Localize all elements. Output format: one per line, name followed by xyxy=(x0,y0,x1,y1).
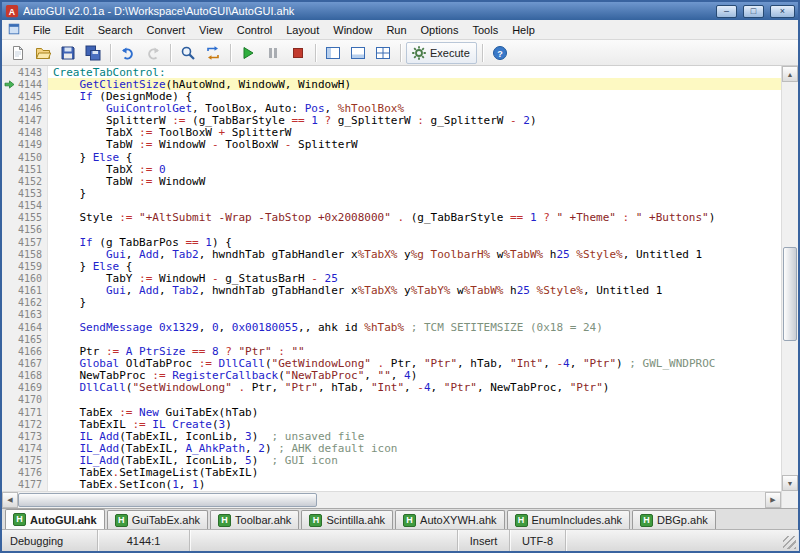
line-number[interactable]: 4170 xyxy=(16,394,48,406)
line-number[interactable]: 4148 xyxy=(16,127,48,139)
marker-margin[interactable] xyxy=(2,175,16,187)
scroll-up-button[interactable]: ▲ xyxy=(782,66,798,82)
line-number[interactable]: 4175 xyxy=(16,455,48,467)
code-text[interactable]: TabExIL := IL_Create(3) xyxy=(48,418,781,430)
marker-margin[interactable] xyxy=(2,370,16,382)
code-text[interactable]: Gui, Add, Tab2, hwndhTab gTabHandler x%T… xyxy=(48,248,781,260)
code-text[interactable]: DllCall("SetWindowLong" . Ptr, "Ptr", hT… xyxy=(48,382,781,394)
save-all-button[interactable] xyxy=(81,42,105,64)
code-text[interactable]: SplitterW := (g_TabBarStyle == 1 ? g_Spl… xyxy=(48,115,781,127)
window-layout-button[interactable] xyxy=(371,42,395,64)
open-file-button[interactable] xyxy=(31,42,55,64)
scroll-down-button[interactable]: ▼ xyxy=(782,475,798,491)
vertical-scroll-track[interactable] xyxy=(782,82,798,475)
code-text[interactable]: } Else { xyxy=(48,260,781,272)
help-button[interactable]: ? xyxy=(488,42,512,64)
code-line[interactable]: 4168 NewTabProc := RegisterCallback("New… xyxy=(2,370,781,382)
code-text[interactable]: SendMessage 0x1329, 0, 0x00180055,, ahk_… xyxy=(48,321,781,333)
file-tab-guitabex-ahk[interactable]: HGuiTabEx.ahk xyxy=(107,510,208,529)
marker-margin[interactable] xyxy=(2,212,16,224)
marker-margin[interactable] xyxy=(2,127,16,139)
file-tab-enumincludes-ahk[interactable]: HEnumIncludes.ahk xyxy=(507,510,631,529)
menu-item-run[interactable]: Run xyxy=(379,22,413,38)
code-line[interactable]: 4169 DllCall("SetWindowLong" . Ptr, "Ptr… xyxy=(2,382,781,394)
line-number[interactable]: 4154 xyxy=(16,200,48,212)
code-line[interactable]: 4177 TabEx.SetIcon(1, 1) xyxy=(2,479,781,491)
code-text[interactable]: IL_Add(TabExIL, IconLib, 3) ; unsaved fi… xyxy=(48,430,781,442)
line-number[interactable]: 4156 xyxy=(16,224,48,236)
marker-margin[interactable] xyxy=(2,297,16,309)
code-text[interactable]: TabY := WindowH - g_StatusBarH - 25 xyxy=(48,272,781,284)
line-number[interactable]: 4149 xyxy=(16,139,48,151)
line-number[interactable]: 4161 xyxy=(16,285,48,297)
code-line[interactable]: 4145 If (DesignMode) { xyxy=(2,90,781,102)
marker-margin[interactable] xyxy=(2,467,16,479)
code-line[interactable]: 4162 } xyxy=(2,297,781,309)
code-text[interactable]: Gui, Add, Tab2, hwndhTab gTabHandler x%T… xyxy=(48,285,781,297)
code-line[interactable]: 4173 IL_Add(TabExIL, IconLib, 3) ; unsav… xyxy=(2,430,781,442)
code-text[interactable]: TabW := WindowW - ToolBoxW - SplitterW xyxy=(48,139,781,151)
marker-margin[interactable] xyxy=(2,200,16,212)
marker-margin[interactable] xyxy=(2,260,16,272)
vertical-scrollbar[interactable]: ▲ ▼ xyxy=(781,66,798,508)
marker-margin[interactable] xyxy=(2,333,16,345)
marker-margin[interactable] xyxy=(2,187,16,199)
marker-margin[interactable] xyxy=(2,345,16,357)
marker-margin[interactable] xyxy=(2,418,16,430)
line-number[interactable]: 4176 xyxy=(16,467,48,479)
pause-button[interactable] xyxy=(261,42,285,64)
title-bar[interactable]: A AutoGUI v2.0.1a - D:\Workspace\AutoGUI… xyxy=(2,2,798,20)
marker-margin[interactable] xyxy=(2,248,16,260)
code-line[interactable]: 4167 Global OldTabProc := DllCall("GetWi… xyxy=(2,357,781,369)
file-tab-dbgp-ahk[interactable]: HDBGp.ahk xyxy=(632,510,716,529)
code-line[interactable]: 4146 GuiControlGet, ToolBox, Auto: Pos, … xyxy=(2,102,781,114)
code-text[interactable] xyxy=(48,394,781,406)
code-line[interactable]: 4151 TabX := 0 xyxy=(2,163,781,175)
minimize-button[interactable]: – xyxy=(716,5,737,18)
scroll-right-button[interactable]: ▶ xyxy=(765,492,781,508)
code-text[interactable]: } xyxy=(48,297,781,309)
code-line[interactable]: 4176 TabEx.SetImageList(TabExIL) xyxy=(2,467,781,479)
line-number[interactable]: 4166 xyxy=(16,345,48,357)
marker-margin[interactable] xyxy=(2,224,16,236)
menu-item-file[interactable]: File xyxy=(26,22,58,38)
code-text[interactable]: IL_Add(TabExIL, IconLib, 5) ; GUI icon xyxy=(48,455,781,467)
file-tab-scintilla-ahk[interactable]: HScintilla.ahk xyxy=(301,510,393,529)
code-text[interactable]: TabEx := New GuiTabEx(hTab) xyxy=(48,406,781,418)
marker-margin[interactable] xyxy=(2,430,16,442)
line-number[interactable]: 4143 xyxy=(16,66,48,78)
line-number[interactable]: 4163 xyxy=(16,309,48,321)
code-line[interactable]: 4147 SplitterW := (g_TabBarStyle == 1 ? … xyxy=(2,115,781,127)
line-number[interactable]: 4167 xyxy=(16,357,48,369)
file-tab-autoxywh-ahk[interactable]: HAutoXYWH.ahk xyxy=(395,510,504,529)
menu-item-convert[interactable]: Convert xyxy=(140,22,193,38)
marker-margin[interactable] xyxy=(2,163,16,175)
code-line[interactable]: 4170 xyxy=(2,394,781,406)
redo-button[interactable] xyxy=(141,42,165,64)
line-number[interactable]: 4151 xyxy=(16,163,48,175)
maximize-button[interactable]: □ xyxy=(743,5,764,18)
marker-margin[interactable] xyxy=(2,285,16,297)
line-number[interactable]: 4172 xyxy=(16,418,48,430)
code-line[interactable]: 4157 If (g_TabBarPos == 1) { xyxy=(2,236,781,248)
code-text[interactable]: Global OldTabProc := DllCall("GetWindowL… xyxy=(48,357,781,369)
code-line[interactable]: 4161 Gui, Add, Tab2, hwndhTab gTabHandle… xyxy=(2,285,781,297)
debug-current-line-arrow-icon[interactable] xyxy=(2,78,16,90)
replace-button[interactable] xyxy=(201,42,225,64)
menu-item-help[interactable]: Help xyxy=(505,22,542,38)
line-number[interactable]: 4162 xyxy=(16,297,48,309)
marker-margin[interactable] xyxy=(2,382,16,394)
menu-item-edit[interactable]: Edit xyxy=(58,22,91,38)
horizontal-scrollbar[interactable]: ◀ ▶ xyxy=(2,491,781,508)
close-button[interactable]: × xyxy=(770,5,795,18)
find-button[interactable] xyxy=(176,42,200,64)
code-text[interactable]: TabW := WindowW xyxy=(48,175,781,187)
save-file-button[interactable] xyxy=(56,42,80,64)
code-text[interactable]: CreateTabControl: xyxy=(48,66,781,78)
marker-margin[interactable] xyxy=(2,455,16,467)
code-text[interactable] xyxy=(48,200,781,212)
undo-button[interactable] xyxy=(116,42,140,64)
marker-margin[interactable] xyxy=(2,394,16,406)
code-line[interactable]: 4171 TabEx := New GuiTabEx(hTab) xyxy=(2,406,781,418)
line-number[interactable]: 4153 xyxy=(16,187,48,199)
